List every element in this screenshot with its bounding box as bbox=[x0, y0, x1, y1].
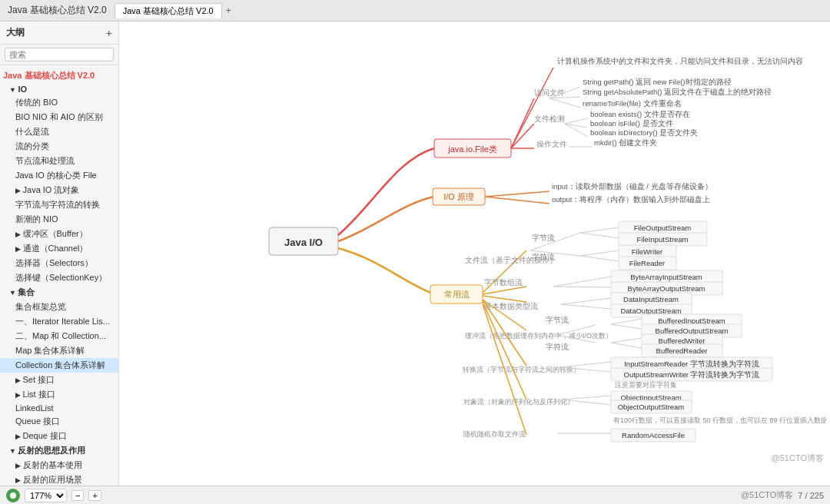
sidebar-tree: Java 基础核心总结 V2.0 IO 传统的 BIO BIO NIO 和 AI… bbox=[0, 65, 118, 486]
svg-text:FileReader: FileReader bbox=[629, 259, 665, 267]
search-input[interactable] bbox=[5, 48, 114, 61]
svg-text:BufferedReader: BufferedReader bbox=[656, 346, 708, 355]
zoom-select[interactable]: 177% 100% 150% 200% bbox=[25, 489, 67, 502]
zoom-indicator bbox=[6, 489, 20, 502]
svg-text:ByteArrayInputStream: ByteArrayInputStream bbox=[630, 273, 702, 281]
svg-text:Java I/O: Java I/O bbox=[284, 237, 323, 248]
svg-text:字符流: 字符流 bbox=[546, 343, 569, 351]
svg-text:注意需要对应字符集: 注意需要对应字符集 bbox=[615, 381, 677, 389]
sidebar-header: 大纲 + bbox=[0, 22, 118, 45]
svg-text:input：读取外部数据（磁盘 / 光盘等存储设备）: input：读取外部数据（磁盘 / 光盘等存储设备） bbox=[552, 182, 712, 191]
tree-item-queue[interactable]: Queue 接口 bbox=[0, 414, 118, 429]
tree-item-reflection-app[interactable]: 反射的应用场景 bbox=[0, 472, 118, 486]
tree-item-channel[interactable]: 通道（Channel） bbox=[0, 241, 118, 256]
outline-title: 大纲 bbox=[6, 26, 25, 39]
app-title: Java 基础核心总结 V2.0 bbox=[8, 4, 107, 17]
tree-item-charset-stream[interactable]: 字节流与字符流的转换 bbox=[0, 197, 118, 212]
tree-item-deque[interactable]: Deque 接口 bbox=[0, 429, 118, 443]
svg-text:访问文件: 访问文件 bbox=[534, 88, 565, 97]
content-area: Java I/O java.io.File类 计算机操作系统中的文件和文件夹，只… bbox=[119, 22, 830, 486]
svg-text:字节流: 字节流 bbox=[546, 316, 569, 324]
svg-text:字节流: 字节流 bbox=[532, 234, 555, 242]
svg-text:RandomAccessFile: RandomAccessFile bbox=[622, 431, 685, 439]
svg-text:BufferedInputStream: BufferedInputStream bbox=[658, 317, 725, 325]
tree-item-root[interactable]: Java 基础核心总结 V2.0 bbox=[0, 68, 118, 83]
mindmap-svg: Java I/O java.io.File类 计算机操作系统中的文件和文件夹，只… bbox=[119, 22, 826, 486]
svg-text:ObjectOutputStream: ObjectOutputStream bbox=[618, 403, 685, 411]
tree-item-what-is-stream[interactable]: 什么是流 bbox=[0, 124, 118, 139]
bottom-bar: 177% 100% 150% 200% − + @51CTO博客 7 / 225 bbox=[0, 486, 830, 504]
bottom-right: @51CTO博客 7 / 225 bbox=[741, 489, 824, 501]
svg-text:boolean isFile()  是否文件: boolean isFile() 是否文件 bbox=[590, 119, 673, 128]
svg-text:String getAbsolutePath()  返回文件: String getAbsolutePath() 返回文件在于磁盘上的绝对路径 bbox=[583, 88, 772, 96]
svg-text:FileInputStream: FileInputStream bbox=[636, 235, 688, 244]
document-tab[interactable]: Java 基础核心总结 V2.0 bbox=[115, 3, 222, 18]
svg-text:BufferedOutputStream: BufferedOutputStream bbox=[656, 327, 729, 335]
tree-item-bio-nio-aio[interactable]: BIO NIO 和 AIO 的区别 bbox=[0, 110, 118, 124]
page-info: 7 / 225 bbox=[798, 491, 824, 500]
tree-item-map-collection[interactable]: 二、Map 和 Collection... bbox=[0, 329, 118, 343]
bottom-left: 177% 100% 150% 200% − + bbox=[6, 489, 101, 502]
tree-item-map-system[interactable]: Map 集合体系详解 bbox=[0, 343, 118, 358]
svg-text:缓冲流（先把数据缓存到内存中，减少I/O次数）: 缓冲流（先把数据缓存到内存中，减少I/O次数） bbox=[465, 332, 613, 340]
main-container: 大纲 + Java 基础核心总结 V2.0 IO 传统的 BIO BIO NIO… bbox=[0, 22, 830, 486]
tree-item-java-io-stream[interactable]: Java IO 流对象 bbox=[0, 183, 118, 197]
add-tab-button[interactable]: + bbox=[226, 5, 231, 16]
svg-text:FileWriter: FileWriter bbox=[632, 247, 662, 256]
tree-item-io[interactable]: IO bbox=[0, 83, 118, 95]
sidebar: 大纲 + Java 基础核心总结 V2.0 IO 传统的 BIO BIO NIO… bbox=[0, 22, 119, 486]
svg-text:文件检测: 文件检测 bbox=[534, 114, 565, 123]
svg-text:boolean isDirectory()  是否文件夹: boolean isDirectory() 是否文件夹 bbox=[590, 128, 698, 137]
svg-text:随机随机存取文件流: 随机随机存取文件流 bbox=[463, 430, 526, 438]
zoom-out-button[interactable]: − bbox=[71, 490, 84, 501]
tree-item-new-nio[interactable]: 新潮的 NIO bbox=[0, 212, 118, 227]
svg-text:常用流: 常用流 bbox=[444, 290, 470, 299]
svg-text:java.io.File类: java.io.File类 bbox=[447, 144, 497, 154]
title-bar: Java 基础核心总结 V2.0 Java 基础核心总结 V2.0 + bbox=[0, 0, 830, 22]
svg-text:I/O 原理: I/O 原理 bbox=[443, 192, 474, 201]
svg-text:DataInputStream: DataInputStream bbox=[623, 295, 679, 303]
tree-item-selection-key[interactable]: 选择键（SelectionKey） bbox=[0, 270, 118, 285]
tree-item-buffer[interactable]: 缓冲区（Buffer） bbox=[0, 227, 118, 241]
svg-text:字符流: 字符流 bbox=[532, 253, 555, 261]
zoom-dot bbox=[10, 492, 16, 499]
svg-text:mkdir()  创建文件夹: mkdir() 创建文件夹 bbox=[594, 138, 657, 147]
tab-label: Java 基础核心总结 V2.0 bbox=[123, 5, 214, 17]
tree-item-stream-category[interactable]: 流的分类 bbox=[0, 139, 118, 154]
svg-text:字节数组流: 字节数组流 bbox=[484, 278, 523, 287]
tree-item-reflection[interactable]: 反射的思想及作用 bbox=[0, 443, 118, 458]
tree-item-traditional-bio[interactable]: 传统的 BIO bbox=[0, 95, 118, 110]
svg-text:DataOutputStream: DataOutputStream bbox=[620, 307, 681, 315]
tree-item-iterator[interactable]: 一、Iterator Iterable Lis... bbox=[0, 314, 118, 329]
svg-text:String getPath()  返回 new File(: String getPath() 返回 new File()时指定的路径 bbox=[583, 78, 732, 86]
watermark-label: @51CTO博客 bbox=[741, 489, 793, 501]
tree-item-collection[interactable]: 集合 bbox=[0, 285, 118, 300]
svg-text:output：将程序（内存）数据输入到外部磁盘上: output：将程序（内存）数据输入到外部磁盘上 bbox=[552, 195, 710, 204]
svg-text:InputStreamReader 字节流转换为字符流: InputStreamReader 字节流转换为字符流 bbox=[624, 360, 759, 368]
tree-item-linked-list[interactable]: LinkedList bbox=[0, 402, 118, 414]
tree-item-node-stream[interactable]: 节点流和处理流 bbox=[0, 154, 118, 168]
mindmap-container[interactable]: Java I/O java.io.File类 计算机操作系统中的文件和文件夹，只… bbox=[119, 22, 830, 486]
zoom-in-button[interactable]: + bbox=[88, 490, 101, 501]
svg-text:计算机操作系统中的文件和文件夹，只能访问文件和目录，无法访问: 计算机操作系统中的文件和文件夹，只能访问文件和目录，无法访问内容 bbox=[557, 57, 803, 65]
svg-text:renameToFile(file)  文件重命名: renameToFile(file) 文件重命名 bbox=[583, 99, 682, 108]
tree-item-java-io-core[interactable]: Java IO 的核心类 File bbox=[0, 168, 118, 183]
svg-text:ByteArrayOutputStream: ByteArrayOutputStream bbox=[628, 284, 706, 293]
tree-item-list-interface[interactable]: List 接口 bbox=[0, 387, 118, 402]
svg-text:操作文件: 操作文件 bbox=[536, 140, 567, 148]
svg-text:OutputStreamWriter 字符流转换为字节流: OutputStreamWriter 字符流转换为字节流 bbox=[624, 370, 760, 379]
tree-item-collection-detail[interactable]: Collection 集合体系详解 bbox=[0, 358, 118, 373]
sidebar-search-container bbox=[0, 45, 118, 65]
tree-item-reflection-basic[interactable]: 反射的基本使用 bbox=[0, 458, 118, 472]
svg-text:BufferedWriter: BufferedWriter bbox=[659, 337, 706, 345]
svg-text:对象流（对象的序列化与反序列化）: 对象流（对象的序列化与反序列化） bbox=[463, 398, 574, 406]
svg-text:boolean exists()  文件是否存在: boolean exists() 文件是否存在 bbox=[590, 110, 690, 118]
svg-text:FileOutputStream: FileOutputStream bbox=[634, 224, 692, 232]
tree-item-selectors[interactable]: 选择器（Selectors） bbox=[0, 256, 118, 270]
svg-text:有100行数据，可以直接读取 50 行数据，也可以在 89 : 有100行数据，可以直接读取 50 行数据，也可以在 89 行位置插入数据 bbox=[613, 416, 826, 424]
total-pages: 225 bbox=[810, 491, 824, 500]
tree-item-collection-overview[interactable]: 集合框架总览 bbox=[0, 300, 118, 314]
tree-item-set-interface[interactable]: Set 接口 bbox=[0, 373, 118, 387]
current-page: 7 bbox=[798, 491, 802, 500]
sidebar-add-button[interactable]: + bbox=[106, 27, 112, 39]
